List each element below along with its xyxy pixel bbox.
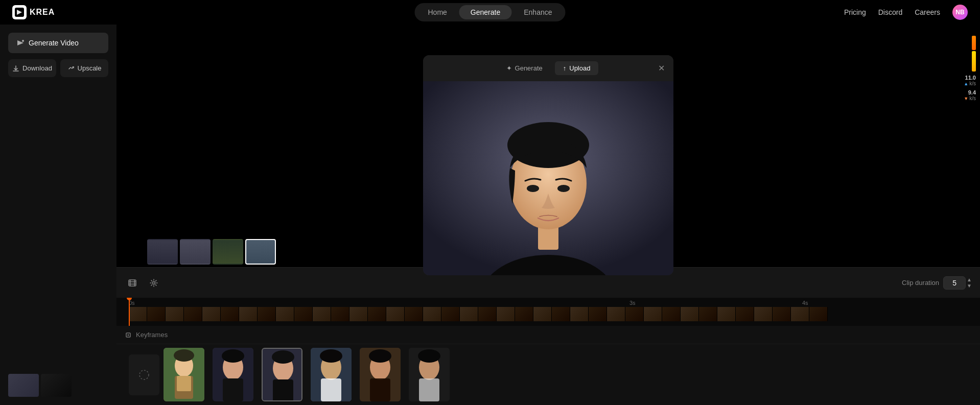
avatar[interactable]: NB [952,5,968,20]
modal-strip-thumb-3[interactable] [213,239,243,265]
sidebar-thumb-1[interactable] [8,374,39,397]
stat-val-2: 9.4 [964,89,976,96]
upscale-button[interactable]: Upscale [60,59,108,77]
stat-arrow-up-1: ▲ [964,81,968,86]
stat-unit-2: k/s [969,96,976,101]
nav-home[interactable]: Home [416,5,458,19]
download-icon [12,65,19,72]
svg-point-7 [527,185,539,192]
stat-unit-1: k/s [969,81,976,86]
stat-bar-orange [972,36,976,50]
nav-careers[interactable]: Careers [915,8,940,16]
modal-strip-thumb-2[interactable] [180,239,211,265]
stat-val-1: 11.0 [964,75,976,81]
download-button[interactable]: Download [8,59,56,77]
stat-arrow-down-1: ▼ [964,96,968,101]
modal-thumbnail-strip [116,236,980,267]
generate-video-button[interactable]: Generate Video [8,33,108,53]
logo-text: KREA [30,8,55,17]
logo[interactable]: KREA [12,5,55,19]
top-navigation: KREA Home Generate Enhance Pricing Disco… [0,0,980,25]
main-area: ✦ Generate ↑ Upload ✕ [116,25,980,405]
logo-icon [12,5,27,19]
modal-overlay: ✦ Generate ↑ Upload ✕ [116,25,980,405]
generate-video-icon [16,39,25,47]
modal-strip-thumb-1[interactable] [147,239,178,265]
modal-close-button[interactable]: ✕ [655,62,667,75]
stats-panel: 11.0 ▲ k/s 9.4 ▼ k/s [964,36,976,101]
nav-center: Home Generate Enhance [414,3,565,21]
modal-header: ✦ Generate ↑ Upload ✕ [423,55,673,81]
svg-point-8 [557,185,570,192]
sidebar-left: Generate Video Download Upscale [0,25,116,405]
nav-pricing[interactable]: Pricing [844,8,866,16]
modal-strip-thumb-4[interactable] [245,239,276,265]
nav-discord[interactable]: Discord [878,8,902,16]
sidebar-thumbnails [8,374,108,397]
sidebar-thumb-2[interactable] [41,374,72,397]
modal-tab-upload[interactable]: ↑ Upload [555,61,599,75]
nav-right: Pricing Discord Careers NB [844,5,968,20]
modal-tab-generate[interactable]: ✦ Generate [498,61,551,75]
svg-point-1 [22,40,24,42]
action-row: Download Upscale [8,59,108,77]
upscale-icon [67,65,75,72]
nav-enhance[interactable]: Enhance [512,5,563,19]
stat-bar-yellow [972,51,976,72]
nav-generate[interactable]: Generate [459,5,511,19]
